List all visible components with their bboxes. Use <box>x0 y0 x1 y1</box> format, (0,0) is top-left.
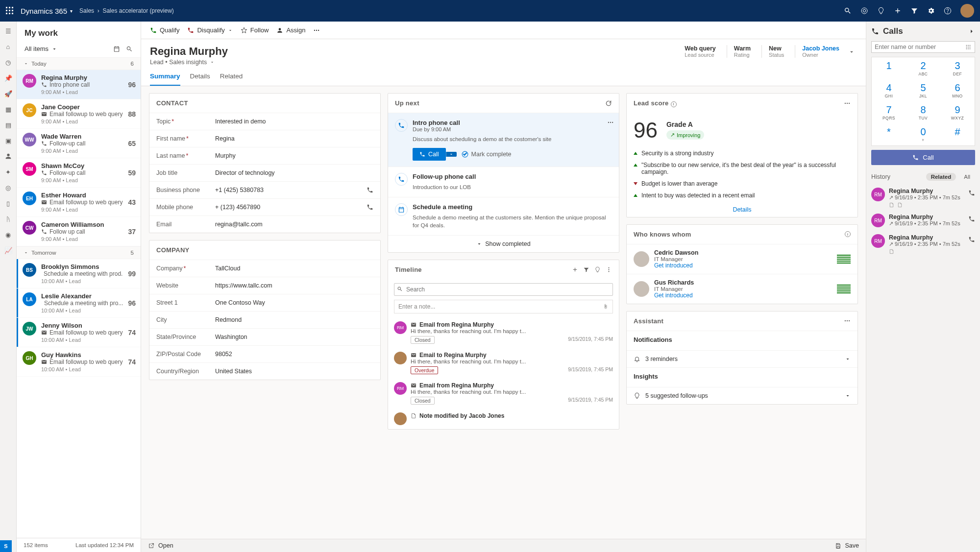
get-introduced-link[interactable]: Get introduced <box>654 262 832 269</box>
tab-related[interactable]: Related <box>220 72 243 86</box>
assistant-more-icon[interactable] <box>844 317 851 324</box>
upnext-item[interactable]: Follow-up phone call Introduction to our… <box>388 167 619 197</box>
gear-icon[interactable] <box>927 7 935 15</box>
mark-complete[interactable]: Mark complete <box>462 151 512 158</box>
followups-row[interactable]: 5 suggested follow-ups <box>627 387 858 404</box>
follow-button[interactable]: Follow <box>241 26 269 34</box>
timeline-item[interactable]: RM Email from Regina Murphy Hi there, th… <box>388 317 619 348</box>
history-item[interactable]: RM Regina Murphy ↗ 9/16/19 • 2:35 PM • 7… <box>871 231 975 257</box>
app-launcher-icon[interactable] <box>6 7 14 15</box>
call-mob-icon[interactable] <box>367 204 373 211</box>
work-item[interactable]: GH Guy Hawkins Email followup to web que… <box>17 347 141 377</box>
competitors-icon[interactable]: ᚤ <box>4 215 13 223</box>
topic-field[interactable]: Interested in demo <box>215 118 373 125</box>
call-split-button[interactable] <box>446 152 457 157</box>
tab-summary[interactable]: Summary <box>150 72 180 86</box>
show-completed[interactable]: Show completed <box>388 235 619 252</box>
work-group-header[interactable]: Tomorrow5 <box>17 246 141 259</box>
timeline-note-input[interactable]: Enter a note... <box>394 300 613 313</box>
dialpad-icon[interactable] <box>965 44 972 50</box>
work-item[interactable]: RM Regina Murphy Intro phone call 9:00 A… <box>17 70 141 99</box>
country-field[interactable]: United States <box>215 368 373 375</box>
dial-key-3[interactable]: 3DEF <box>940 57 975 79</box>
work-item[interactable]: SM Shawn McCoy Follow-up call 9:00 AM • … <box>17 158 141 188</box>
dial-key-6[interactable]: 6MNO <box>940 79 975 101</box>
jobtitle-field[interactable]: Director of technology <box>215 169 373 176</box>
chevron-right-icon[interactable] <box>968 28 975 35</box>
dial-key-7[interactable]: 7PQRS <box>872 101 906 123</box>
email-field[interactable]: regina@tallc.com <box>215 221 373 228</box>
breadcrumb[interactable]: Sales › Sales accelerator (preview) <box>79 7 174 14</box>
work-item[interactable]: JC Jane Cooper Email followup to web que… <box>17 99 141 129</box>
accounts-icon[interactable]: ▣ <box>4 136 13 145</box>
analytics-icon[interactable]: 📈 <box>4 246 13 255</box>
disqualify-button[interactable]: Disqualify <box>187 26 232 34</box>
history-item[interactable]: RM Regina Murphy ↗ 9/16/19 • 2:35 PM • 7… <box>871 211 975 231</box>
work-item[interactable]: JW Jenny Wilson Email followup to web qu… <box>17 318 141 347</box>
timeline-item[interactable]: RM Email from Regina Murphy Hi there, th… <box>388 378 619 408</box>
timeline-filter-icon[interactable] <box>583 266 589 273</box>
dial-key-9[interactable]: 9WXYZ <box>940 101 975 123</box>
work-item[interactable]: BS Brooklyn Simmons Schedule a meeting w… <box>17 259 141 288</box>
dial-key-0[interactable]: 0+ <box>906 123 940 145</box>
more-commands[interactable] <box>313 27 320 34</box>
goals-icon[interactable]: ◉ <box>4 230 13 239</box>
call-button[interactable]: Call <box>871 150 975 165</box>
brand[interactable]: Dynamics 365▾ <box>21 7 73 15</box>
dial-key-1[interactable]: 1 <box>872 57 906 79</box>
firstname-field[interactable]: Regina <box>215 135 373 142</box>
info-icon[interactable]: i <box>671 101 677 107</box>
history-tab-related[interactable]: Related <box>926 173 956 181</box>
upnext-item[interactable]: Schedule a meeting Schedule a demo meeti… <box>388 197 619 235</box>
timeline-add-icon[interactable] <box>572 266 578 273</box>
call-button[interactable]: Call <box>413 148 446 161</box>
dial-key-5[interactable]: 5JKL <box>906 79 940 101</box>
street-field[interactable]: One Contoso Way <box>215 299 373 306</box>
work-filter-dropdown[interactable]: All items <box>24 45 57 52</box>
work-item[interactable]: WW Wade Warren Follow-up call 9:00 AM • … <box>17 129 141 158</box>
search-icon[interactable] <box>126 46 133 52</box>
city-field[interactable]: Redmond <box>215 316 373 323</box>
history-item[interactable]: RM Regina Murphy ↗ 9/16/19 • 2:35 PM • 7… <box>871 185 975 211</box>
leadscore-more-icon[interactable] <box>844 100 851 107</box>
accelerator-icon[interactable]: 🚀 <box>4 89 13 98</box>
owner-link[interactable]: Jacob Jones <box>802 45 839 52</box>
dial-input[interactable] <box>875 44 965 50</box>
history-tab-all[interactable]: All <box>959 173 975 181</box>
menu-icon[interactable]: ☰ <box>4 26 13 35</box>
leads-icon[interactable]: ✦ <box>4 168 13 176</box>
dial-key-#[interactable]: # <box>940 123 975 145</box>
upnext-item[interactable]: Intro phone call Due by 9:00 AM Discuss … <box>388 113 619 167</box>
company-field[interactable]: TallCloud <box>215 265 373 272</box>
record-subtitle[interactable]: Lead • Sales insights <box>150 59 228 66</box>
get-introduced-link[interactable]: Get introduced <box>654 292 832 299</box>
recent-icon[interactable]: ◷ <box>4 58 13 67</box>
leadscore-details-link[interactable]: Details <box>634 201 851 215</box>
open-button[interactable]: Open <box>148 542 173 549</box>
work-item[interactable]: LA Leslie Alexander Schedule a meeting w… <box>17 288 141 318</box>
home-icon[interactable]: ⌂ <box>4 42 13 51</box>
attach-icon[interactable] <box>603 304 609 310</box>
dial-key-*[interactable]: * <box>872 123 906 145</box>
zip-field[interactable]: 98052 <box>215 351 373 358</box>
header-expand[interactable] <box>846 46 857 57</box>
search-icon[interactable] <box>844 7 852 15</box>
call-back-icon[interactable] <box>968 216 975 222</box>
timeline-search-input[interactable] <box>394 283 613 296</box>
pinned-icon[interactable]: 📌 <box>4 73 13 82</box>
dial-key-8[interactable]: 8TUV <box>906 101 940 123</box>
tab-details[interactable]: Details <box>190 72 210 86</box>
mobphone-field[interactable]: + (123) 4567890 <box>215 204 367 211</box>
target-icon[interactable] <box>860 7 868 15</box>
work-item[interactable]: CW Cameron Williamson Follow up call 9:0… <box>17 217 141 246</box>
call-back-icon[interactable] <box>968 190 975 196</box>
help-icon[interactable] <box>944 7 952 15</box>
dial-key-4[interactable]: 4GHI <box>872 79 906 101</box>
state-field[interactable]: Washington <box>215 334 373 340</box>
activities-icon[interactable]: ▤ <box>4 120 13 129</box>
website-field[interactable]: https://www.tallc.com <box>215 282 373 289</box>
qualify-button[interactable]: Qualify <box>150 26 179 34</box>
reminders-row[interactable]: 3 reminders <box>627 350 858 367</box>
forecasts-icon[interactable]: ▯ <box>4 199 13 208</box>
timeline-more-icon[interactable] <box>606 266 612 273</box>
